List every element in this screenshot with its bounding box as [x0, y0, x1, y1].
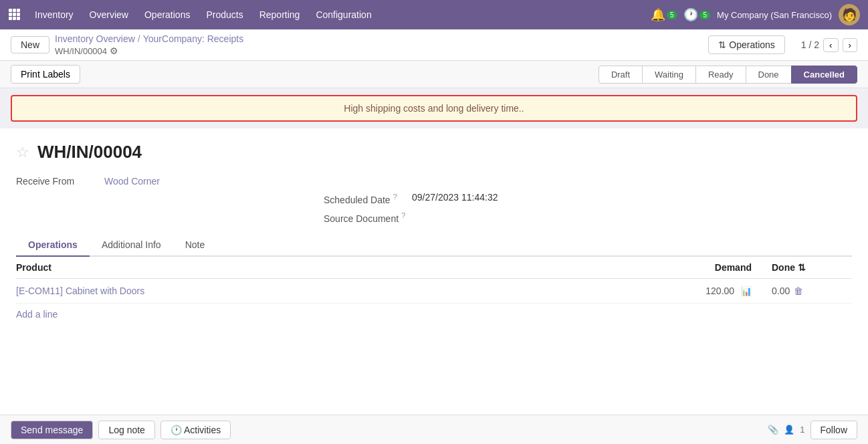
print-labels-button[interactable]: Print Labels — [11, 65, 80, 84]
svg-rect-6 — [9, 17, 12, 20]
tab-additional-info[interactable]: Additional Info — [90, 234, 173, 257]
send-message-button[interactable]: Send message — [11, 421, 93, 439]
receive-from-label: Receive From — [16, 176, 96, 187]
action-bar: Print Labels Draft Waiting Ready Done Ca… — [0, 61, 868, 88]
demand-value: 120.00 📊 — [665, 286, 772, 296]
tab-note[interactable]: Note — [173, 234, 217, 257]
table-header: Product Demand Done ⇅ — [16, 257, 852, 279]
status-waiting[interactable]: Waiting — [642, 66, 696, 84]
pagination-text: 1 / 2 — [801, 39, 819, 50]
record-ref: WH/IN/00004 — [55, 46, 107, 56]
user-avatar[interactable]: 🧑 — [839, 4, 860, 25]
product-name[interactable]: [E-COM11] Cabinet with Doors — [16, 286, 665, 296]
svg-rect-2 — [17, 9, 20, 12]
status-done[interactable]: Done — [746, 66, 792, 84]
receive-from-value[interactable]: Wood Corner — [104, 176, 160, 187]
breadcrumb-inventory-overview[interactable]: Inventory Overview — [55, 33, 135, 44]
fields-section-2: Scheduled Date ? 09/27/2023 11:44:32 Sou… — [16, 192, 852, 223]
breadcrumb-separator: / — [138, 33, 140, 44]
add-line-row: Add a line — [16, 304, 852, 325]
chatter-bar: Send message Log note 🕐 Activities 📎 👤 1… — [0, 415, 868, 444]
notif-count-2: 5 — [699, 11, 710, 19]
nav-overview[interactable]: Overview — [83, 5, 135, 24]
status-cancelled[interactable]: Cancelled — [791, 66, 857, 84]
warning-banner: High shipping costs and long delivery ti… — [11, 95, 857, 122]
status-bar: Draft Waiting Ready Done Cancelled — [599, 66, 857, 84]
table-row: [E-COM11] Cabinet with Doors 120.00 📊 0.… — [16, 279, 852, 304]
forecast-icon[interactable]: 📊 — [741, 286, 752, 296]
paperclip-icon[interactable]: 📎 — [768, 425, 778, 435]
delete-row-icon[interactable]: 🗑 — [794, 286, 803, 296]
done-value: 0.00 🗑 — [772, 286, 852, 296]
svg-rect-4 — [13, 13, 16, 16]
tabs-row: Operations Additional Info Note — [16, 234, 852, 257]
col-product-header: Product — [16, 262, 665, 273]
operations-button[interactable]: ⇅ Operations — [708, 35, 784, 54]
followers-icon: 👤 — [784, 425, 794, 435]
operations-table: Product Demand Done ⇅ [E-COM11] Cabinet … — [16, 257, 852, 325]
nav-inventory[interactable]: Inventory — [28, 5, 80, 24]
done-sort-icon[interactable]: ⇅ — [798, 262, 806, 273]
receive-from-field: Receive From Wood Corner — [16, 176, 160, 187]
activities-button[interactable]: 🕐 Activities — [160, 421, 231, 439]
nav-operations[interactable]: Operations — [138, 5, 197, 24]
new-button[interactable]: New — [11, 36, 49, 53]
breadcrumb: Inventory Overview / YourCompany: Receip… — [55, 33, 703, 56]
top-navigation: Inventory Overview Operations Products R… — [0, 0, 868, 29]
log-note-button[interactable]: Log note — [98, 421, 155, 439]
scheduled-date-label: Scheduled Date ? — [324, 192, 404, 205]
status-ready[interactable]: Ready — [695, 66, 746, 84]
record-id: WH/IN/00004 — [37, 142, 142, 162]
scheduled-date-value: 09/27/2023 11:44:32 — [412, 192, 498, 203]
svg-rect-0 — [9, 9, 12, 12]
grid-icon[interactable] — [8, 8, 20, 22]
notif-count-1: 5 — [667, 11, 677, 19]
breadcrumb-bar: New Inventory Overview / YourCompany: Re… — [0, 29, 868, 61]
operations-button-label: Operations — [729, 39, 774, 50]
nav-products[interactable]: Products — [199, 5, 249, 24]
settings-icon[interactable]: ⚙ — [110, 45, 118, 56]
svg-rect-3 — [9, 13, 12, 16]
prev-button[interactable]: ‹ — [823, 38, 838, 52]
col-demand-header: Demand — [665, 262, 772, 273]
favorite-star-icon[interactable]: ☆ — [16, 144, 29, 161]
followers-count: 1 — [800, 425, 804, 435]
breadcrumb-receipts[interactable]: YourCompany: Receipts — [143, 33, 243, 44]
svg-rect-7 — [13, 17, 16, 20]
svg-rect-1 — [13, 9, 16, 12]
source-doc-label: Source Document ? — [324, 211, 405, 224]
warning-text: High shipping costs and long delivery ti… — [344, 103, 524, 114]
main-form: ☆ WH/IN/00004 Receive From Wood Corner S… — [0, 128, 868, 336]
company-name: My Company (San Francisco) — [717, 10, 832, 20]
status-draft[interactable]: Draft — [599, 66, 643, 84]
notification-bell[interactable]: 🔔 5 — [651, 7, 677, 22]
follow-button[interactable]: Follow — [810, 421, 857, 439]
content-area: ☆ WH/IN/00004 Receive From Wood Corner S… — [0, 128, 868, 444]
chatter-right: 📎 👤 1 Follow — [768, 421, 857, 439]
notification-clock[interactable]: 🕐 5 — [683, 7, 710, 22]
source-doc-field: Source Document ? — [324, 211, 498, 224]
activities-icon: 🕐 — [171, 425, 182, 435]
col-done-header: Done ⇅ — [772, 262, 852, 273]
scheduled-date-help: ? — [393, 192, 397, 201]
scheduled-date-field: Scheduled Date ? 09/27/2023 11:44:32 — [324, 192, 498, 205]
add-line-button[interactable]: Add a line — [16, 304, 58, 325]
nav-configuration[interactable]: Configuration — [309, 5, 378, 24]
svg-rect-5 — [17, 13, 20, 16]
source-doc-help: ? — [401, 211, 405, 219]
pagination: 1 / 2 ‹ › — [801, 38, 857, 52]
nav-reporting[interactable]: Reporting — [253, 5, 307, 24]
fields-section: Receive From Wood Corner — [16, 176, 852, 187]
svg-rect-8 — [17, 17, 20, 20]
transfer-icon: ⇅ — [718, 39, 726, 50]
tab-operations[interactable]: Operations — [16, 234, 90, 257]
next-button[interactable]: › — [843, 38, 857, 52]
record-header: ☆ WH/IN/00004 — [16, 142, 852, 162]
